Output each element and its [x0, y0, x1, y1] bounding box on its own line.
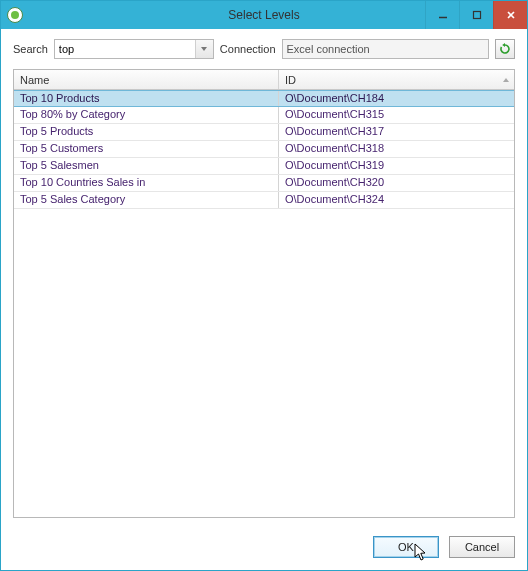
cell-name: Top 5 Customers: [14, 141, 279, 157]
cell-name: Top 10 Products: [14, 91, 279, 106]
search-field-wrap: [54, 39, 214, 59]
table-row[interactable]: Top 5 SalesmenO\Document\CH319: [14, 158, 514, 175]
grid-header: Name ID: [14, 70, 514, 90]
column-header-name[interactable]: Name: [14, 70, 279, 89]
svg-marker-5: [502, 43, 505, 47]
cell-id: O\Document\CH318: [279, 141, 514, 157]
cell-id: O\Document\CH315: [279, 107, 514, 123]
sort-indicator-icon: [502, 74, 510, 86]
search-label: Search: [13, 43, 48, 55]
dialog-window: Select Levels Search Connection: [0, 0, 528, 571]
ok-button[interactable]: OK: [373, 536, 439, 558]
table-row[interactable]: Top 5 Sales CategoryO\Document\CH324: [14, 192, 514, 209]
refresh-icon: [499, 43, 511, 55]
table-row[interactable]: Top 10 Countries Sales inO\Document\CH32…: [14, 175, 514, 192]
cell-name: Top 5 Sales Category: [14, 192, 279, 208]
titlebar[interactable]: Select Levels: [1, 1, 527, 29]
connection-field[interactable]: [282, 39, 489, 59]
cell-id: O\Document\CH184: [279, 91, 514, 106]
app-icon: [7, 7, 23, 23]
close-button[interactable]: [493, 1, 527, 29]
search-dropdown-icon[interactable]: [195, 40, 213, 58]
refresh-button[interactable]: [495, 39, 515, 59]
grid-body[interactable]: Top 10 ProductsO\Document\CH184Top 80% b…: [14, 90, 514, 517]
search-input[interactable]: [54, 39, 214, 59]
button-bar: OK Cancel: [1, 526, 527, 570]
cell-name: Top 10 Countries Sales in: [14, 175, 279, 191]
cancel-button[interactable]: Cancel: [449, 536, 515, 558]
cell-name: Top 5 Salesmen: [14, 158, 279, 174]
levels-grid: Name ID Top 10 ProductsO\Document\CH184T…: [13, 69, 515, 518]
table-row[interactable]: Top 5 CustomersO\Document\CH318: [14, 141, 514, 158]
table-row[interactable]: Top 80% by CategoryO\Document\CH315: [14, 107, 514, 124]
cell-id: O\Document\CH324: [279, 192, 514, 208]
cell-id: O\Document\CH319: [279, 158, 514, 174]
table-row[interactable]: Top 5 ProductsO\Document\CH317: [14, 124, 514, 141]
svg-marker-4: [201, 47, 207, 51]
svg-rect-1: [473, 12, 480, 19]
cell-id: O\Document\CH320: [279, 175, 514, 191]
minimize-button[interactable]: [425, 1, 459, 29]
table-row[interactable]: Top 10 ProductsO\Document\CH184: [14, 90, 514, 107]
cell-name: Top 80% by Category: [14, 107, 279, 123]
column-header-id[interactable]: ID: [279, 70, 514, 89]
column-header-id-label: ID: [285, 74, 296, 86]
connection-label: Connection: [220, 43, 276, 55]
toolbar: Search Connection: [1, 29, 527, 67]
cell-id: O\Document\CH317: [279, 124, 514, 140]
window-controls: [425, 1, 527, 29]
maximize-button[interactable]: [459, 1, 493, 29]
cell-name: Top 5 Products: [14, 124, 279, 140]
svg-marker-6: [503, 78, 509, 82]
